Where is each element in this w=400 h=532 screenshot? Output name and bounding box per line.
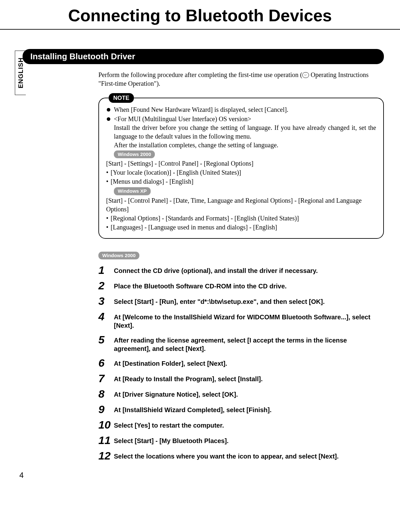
step-number: 5 — [98, 334, 114, 345]
step-number: 3 — [98, 295, 114, 306]
content-column: Perform the following procedure after co… — [98, 71, 384, 461]
step-text: Select [Start] - [My Bluetooth Places]. — [114, 435, 229, 445]
intro-paragraph: Perform the following procedure after co… — [98, 71, 384, 88]
step-text: At [InstallShield Wizard Completed], sel… — [114, 404, 272, 414]
note-mui-line2: After the installation completes, change… — [114, 141, 376, 150]
step-item: 5After reading the license agreement, se… — [98, 334, 384, 353]
intro-text-1: Perform the following procedure after co… — [98, 71, 302, 78]
step-item: 7At [Ready to Install the Program], sele… — [98, 373, 384, 384]
note-xp-path: [Start] - [Control Panel] - [Date, Time,… — [106, 196, 376, 214]
step-number: 9 — [98, 404, 114, 415]
steps-list: 1Connect the CD drive (optional), and in… — [98, 265, 384, 461]
step-item: 6At [Destination Folder], select [Next]. — [98, 357, 384, 368]
note-label: NOTE — [109, 93, 134, 103]
page-title: Connecting to Bluetooth Devices — [19, 0, 381, 29]
reference-icon: ☞ — [302, 72, 309, 78]
step-item: 12Select the locations where you want th… — [98, 450, 384, 461]
step-number: 10 — [98, 419, 114, 430]
step-text: At [Destination Folder], select [Next]. — [114, 357, 227, 368]
step-text: Place the Bluetooth Software CD-ROM into… — [114, 280, 287, 290]
note-mui-heading: <For MUI (Multilingual User Interface) O… — [114, 115, 376, 123]
step-item: 3Select [Start] - [Run], enter "d*:\btw\… — [98, 295, 384, 306]
step-number: 2 — [98, 280, 114, 291]
step-item: 10Select [Yes] to restart the computer. — [98, 419, 384, 430]
step-number: 1 — [98, 265, 114, 276]
note-mui-line1: Install the driver before you change the… — [114, 123, 376, 141]
step-text: At [Driver Signature Notice], select [OK… — [114, 388, 238, 399]
os-pill-windows-2000-steps: Windows 2000 — [98, 252, 139, 259]
section-heading: Installing Bluetooth Driver — [23, 49, 384, 64]
step-number: 11 — [98, 435, 114, 446]
page-number: 4 — [19, 471, 381, 480]
note-2000-b1: [Your locale (location)] - [English (Uni… — [106, 168, 376, 177]
step-text: Select [Yes] to restart the computer. — [114, 419, 224, 430]
document-page: Connecting to Bluetooth Devices ENGLISH … — [0, 0, 400, 493]
step-number: 12 — [98, 450, 114, 461]
os-pill-windows-2000: Windows 2000 — [114, 150, 155, 158]
step-text: At [Welcome to the InstallShield Wizard … — [114, 311, 384, 330]
step-text: Select [Start] - [Run], enter "d*:\btw\s… — [114, 295, 325, 306]
step-number: 8 — [98, 388, 114, 399]
note-2000-path: [Start] - [Settings] - [Control Panel] -… — [106, 159, 376, 168]
note-bullet-1: When [Found New Hardware Wizard] is disp… — [106, 105, 376, 114]
step-number: 7 — [98, 373, 114, 384]
language-tab: ENGLISH — [15, 51, 26, 95]
step-item: 1Connect the CD drive (optional), and in… — [98, 265, 384, 276]
note-bullet-2: <For MUI (Multilingual User Interface) O… — [106, 115, 376, 232]
step-text: Connect the CD drive (optional), and ins… — [114, 265, 318, 275]
os-pill-windows-xp: Windows XP — [114, 187, 151, 195]
step-item: 2Place the Bluetooth Software CD-ROM int… — [98, 280, 384, 291]
note-xp-b1: [Regional Options] - [Standards and Form… — [106, 214, 376, 223]
note-xp-b2: [Languages] - [Language used in menus an… — [106, 223, 376, 232]
note-2000-b2: [Menus und dialogs] - [English] — [106, 177, 376, 186]
step-item: 4At [Welcome to the InstallShield Wizard… — [98, 311, 384, 330]
step-number: 6 — [98, 357, 114, 368]
title-underline — [0, 29, 400, 30]
note-box: NOTE When [Found New Hardware Wizard] is… — [98, 98, 384, 239]
step-number: 4 — [98, 311, 114, 322]
step-text: Select the locations where you want the … — [114, 450, 339, 460]
step-item: 11Select [Start] - [My Bluetooth Places]… — [98, 435, 384, 446]
step-item: 8At [Driver Signature Notice], select [O… — [98, 388, 384, 399]
step-text: At [Ready to Install the Program], selec… — [114, 373, 263, 383]
step-text: After reading the license agreement, sel… — [114, 334, 384, 353]
step-item: 9At [InstallShield Wizard Completed], se… — [98, 404, 384, 415]
